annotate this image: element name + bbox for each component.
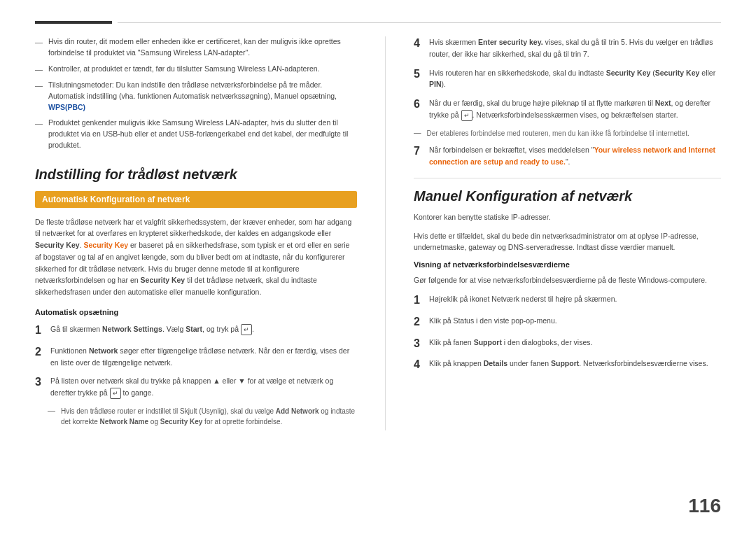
intro-bullets: — Hvis din router, dit modem eller enhed… [35,36,357,151]
step-number: 7 [414,144,429,159]
body-text-manuel: Kontorer kan benytte statiske IP-adresse… [414,211,721,223]
enter-key-icon: ↵ [461,110,472,121]
section-title-left: Indstilling for trådløst netværk [35,167,357,183]
dash-icon: — [35,118,43,129]
step-number: 2 [414,315,429,330]
visning-intro-text: Gør følgende for at vise netværksforbind… [414,274,721,286]
step-number: 4 [414,36,429,51]
bullet-text: Hvis din router, dit modem eller enheden… [48,36,357,59]
main-columns: — Hvis din router, dit modem eller enhed… [35,36,721,430]
visning-step-1: 1 Højreklik på ikonet Netværk nederst ti… [414,293,721,308]
right-column: 4 Hvis skærmen Enter security key. vises… [414,36,721,430]
thick-line [35,21,112,24]
step-content: Klik på Status i den viste pop-op-menu. [429,315,721,327]
body-text-intro: De fleste trådløse netværk har et valgfr… [35,216,357,299]
dash-icon: — [414,128,421,136]
step-number: 3 [35,375,50,390]
step-4: 4 Hvis skærmen Enter security key. vises… [414,36,721,60]
thin-line [118,22,721,23]
step-number: 2 [35,345,50,360]
step-7: 7 Når forbindelsen er bekræftet, vises m… [414,144,721,168]
step-5: 5 Hvis routeren har en sikkerhedskode, s… [414,67,721,91]
indent-note-text: Hvis den trådløse router er indstillet t… [61,406,357,427]
note-box: — Der etableres forbindelse med routeren… [414,128,721,139]
step-number: 1 [35,323,50,338]
top-decorative-lines [35,21,721,24]
dash-icon: — [35,36,43,48]
list-item: — Hvis din router, dit modem eller enhed… [35,36,357,59]
step-content: Klik på fanen Support i den dialogboks, … [429,337,721,349]
visning-step-4: 4 Klik på knappen Details under fanen Su… [414,358,721,372]
step-number: 5 [414,67,429,82]
step-1: 1 Gå til skærmen Network Settings. Vælg … [35,323,357,338]
enter-key-icon: ↵ [110,388,121,399]
body-text-manuel2: Hvis dette er tilfældet, skal du bede di… [414,230,721,254]
step-number: 1 [414,293,429,308]
section-divider [414,178,721,178]
step-number: 3 [414,337,429,351]
step-content: Højreklik på ikonet Netværk nederst til … [429,293,721,305]
bullet-text: Produktet genkender muligvis ikke Samsun… [48,118,357,150]
step-6: 6 Når du er færdig, skal du bruge højre … [414,97,721,121]
indent-note: — Hvis den trådløse router er indstillet… [48,406,357,427]
step-number: 4 [414,358,429,372]
list-item: — Kontroller, at produktet er tændt, før… [35,64,357,76]
step-2: 2 Funktionen Network søger efter tilgæng… [35,345,357,369]
dash-icon: — [35,64,43,76]
page: — Hvis din router, dit modem eller enhed… [0,0,756,534]
visning-heading: Visning af netværksforbindelsesværdierne [414,260,721,269]
step-content: Klik på knappen Details under fanen Supp… [429,358,721,370]
orange-header: Automatisk Konfiguration af netværk [35,191,357,208]
step-content: På listen over netværk skal du trykke på… [50,375,357,399]
dash-icon: — [48,406,55,414]
step-3: 3 På listen over netværk skal du trykke … [35,375,357,399]
page-number: 116 [688,495,721,517]
visning-step-2: 2 Klik på Status i den viste pop-op-menu… [414,315,721,330]
bullet-text: Kontroller, at produktet er tændt, før d… [48,64,320,75]
step-content: Funktionen Network søger efter tilgængel… [50,345,357,369]
note-text: Der etableres forbindelse med routeren, … [427,128,690,139]
section-title-right: Manuel Konfiguration af netværk [414,188,721,204]
visning-step-3: 3 Klik på fanen Support i den dialogboks… [414,337,721,351]
step-content: Når du er færdig, skal du bruge højre pi… [429,97,721,121]
sub-heading-auto: Automatisk opsætning [35,308,357,316]
step-content: Hvis routeren har en sikkerhedskode, ska… [429,67,721,91]
list-item: — Produktet genkender muligvis ikke Sams… [35,118,357,150]
bullet-text: Tilslutningsmetoder: Du kan indstille de… [48,80,357,113]
left-column: — Hvis din router, dit modem eller enhed… [35,36,357,430]
step-number: 6 [414,97,429,112]
step-content: Gå til skærmen Network Settings. Vælg St… [50,323,357,335]
dash-icon: — [35,80,43,92]
column-separator [385,36,386,430]
step-content: Når forbindelsen er bekræftet, vises med… [429,144,721,168]
enter-key-icon: ↵ [241,324,252,335]
step-content: Hvis skærmen Enter security key. vises, … [429,36,721,60]
list-item: — Tilslutningsmetoder: Du kan indstille … [35,80,357,113]
